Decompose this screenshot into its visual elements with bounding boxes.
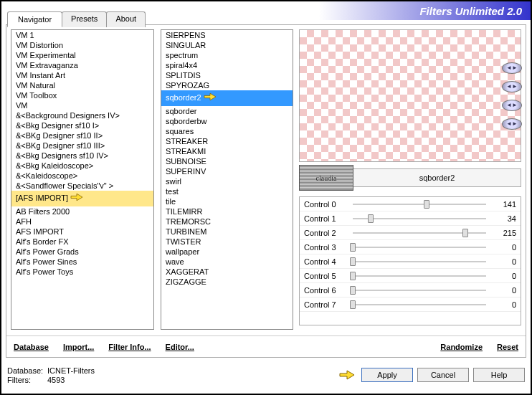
list-item[interactable]: &<Sandflower Specials"v" > — [11, 181, 153, 191]
reset-button[interactable]: Reset — [490, 340, 526, 354]
list-item[interactable]: TWISTER — [161, 237, 293, 247]
list-item[interactable]: spiral4x4 — [161, 60, 293, 70]
list-item[interactable]: TREMORSC — [161, 216, 293, 227]
control-row: Control 60 — [300, 283, 521, 298]
list-item[interactable]: tile — [161, 196, 293, 206]
control-row: Control 40 — [300, 254, 521, 269]
control-label: Control 5 — [304, 272, 347, 280]
list-item[interactable]: [AFS IMPORT] — [11, 191, 153, 206]
selected-filter-name: sqborder2 — [353, 168, 521, 187]
list-item[interactable]: sqborder2 — [161, 90, 293, 106]
controls-list[interactable]: Control 0141Control 134Control 2215Contr… — [299, 196, 521, 325]
list-item[interactable]: Alf's Border FX — [11, 237, 153, 247]
list-item[interactable]: &<BKg Designer sf10 III> — [11, 141, 153, 151]
control-slider[interactable] — [353, 290, 486, 291]
list-item[interactable]: Alf's Power Sines — [11, 257, 153, 267]
list-item[interactable]: sqborder — [161, 106, 293, 116]
list-item[interactable]: ZIGZAGGE — [161, 277, 293, 287]
nav-arrow-icon[interactable]: ◄► — [502, 62, 522, 74]
list-item[interactable]: &<Bkg Designers sf10 IV> — [11, 151, 153, 161]
list-item[interactable]: TURBINEM — [161, 227, 293, 237]
database-button[interactable]: Database — [6, 340, 56, 354]
pointer-hand-icon — [200, 91, 220, 105]
pointer-hand-icon — [67, 191, 87, 206]
list-item[interactable]: VM 1 — [11, 30, 153, 40]
list-item[interactable]: TILEMIRR — [161, 206, 293, 216]
list-item[interactable]: SUBNOISE — [161, 156, 293, 166]
list-item[interactable]: SPLITDIS — [161, 70, 293, 80]
control-slider[interactable] — [353, 232, 486, 234]
list-item[interactable]: XAGGERAT — [161, 267, 293, 277]
tab-strip: Navigator Presets About — [7, 11, 145, 27]
list-item[interactable]: SINGULAR — [161, 40, 293, 50]
list-item[interactable]: SUPERINV — [161, 166, 293, 176]
list-item[interactable]: VM Distortion — [11, 40, 153, 50]
list-item[interactable]: AB Filters 2000 — [11, 206, 153, 216]
control-slider[interactable] — [353, 247, 486, 248]
list-item[interactable]: Alf's Power Grads — [11, 247, 153, 257]
list-item[interactable]: wallpaper — [161, 247, 293, 257]
nav-arrow-icon[interactable]: ◄► — [502, 118, 522, 130]
list-item[interactable]: test — [161, 186, 293, 196]
slider-thumb[interactable] — [350, 272, 356, 280]
import-button[interactable]: Import... — [56, 340, 101, 354]
control-slider[interactable] — [353, 275, 486, 277]
list-item[interactable]: &<Kaleidoscope> — [11, 171, 153, 181]
list-item[interactable]: swirl — [161, 176, 293, 186]
filters-value: 4593 — [47, 376, 65, 384]
slider-thumb[interactable] — [350, 286, 356, 295]
control-row: Control 30 — [300, 240, 521, 254]
control-slider[interactable] — [353, 261, 486, 262]
control-value: 0 — [492, 272, 516, 280]
control-value: 141 — [492, 200, 516, 209]
apply-button[interactable]: Apply — [361, 368, 413, 382]
control-row: Control 0141 — [300, 197, 521, 211]
list-item[interactable]: &<Bkg Designer sf10 I> — [11, 120, 153, 130]
tab-about[interactable]: About — [106, 11, 146, 27]
tab-presets[interactable]: Presets — [62, 11, 107, 27]
list-item[interactable]: &<Bkg Kaleidoscope> — [11, 161, 153, 171]
control-slider[interactable] — [353, 204, 486, 205]
help-button[interactable]: Help — [473, 368, 525, 382]
list-item[interactable]: STREAKMI — [161, 146, 293, 156]
list-item[interactable]: VM Natural — [11, 80, 153, 90]
control-slider[interactable] — [353, 304, 486, 305]
list-item[interactable]: wave — [161, 257, 293, 267]
slider-thumb[interactable] — [350, 300, 356, 309]
list-item[interactable]: Alf's Power Toys — [11, 267, 153, 277]
filter-info-button[interactable]: Filter Info... — [101, 340, 158, 354]
control-value: 0 — [492, 286, 516, 295]
slider-thumb[interactable] — [350, 243, 356, 252]
list-item[interactable]: AFH — [11, 216, 153, 227]
list-item[interactable]: AFS IMPORT — [11, 227, 153, 237]
list-item[interactable]: spectrum — [161, 50, 293, 60]
list-item[interactable]: &<Background Designers IV> — [11, 110, 153, 120]
slider-thumb[interactable] — [462, 229, 468, 237]
slider-thumb[interactable] — [424, 200, 429, 209]
editor-button[interactable]: Editor... — [158, 340, 201, 354]
tab-navigator[interactable]: Navigator — [7, 11, 62, 27]
list-item[interactable]: STREAKER — [161, 136, 293, 146]
list-item[interactable]: sqborderbw — [161, 116, 293, 126]
list-item[interactable]: VM Extravaganza — [11, 60, 153, 70]
list-item[interactable]: SPYROZAG — [161, 80, 293, 90]
cancel-button[interactable]: Cancel — [417, 368, 469, 382]
status-bar: Database: ICNET-Filters Filters: 4593 Ap… — [7, 361, 525, 389]
filter-category-list[interactable]: VM 1VM DistortionVM ExperimentalVM Extra… — [11, 29, 154, 330]
nav-arrow-icon[interactable]: ◄► — [502, 81, 522, 92]
list-item[interactable]: VM Experimental — [11, 50, 153, 60]
control-slider[interactable] — [353, 218, 486, 219]
list-item[interactable]: SIERPENS — [161, 30, 293, 40]
slider-thumb[interactable] — [350, 257, 356, 266]
list-item[interactable]: squares — [161, 126, 293, 136]
filter-list[interactable]: SIERPENSSINGULARspectrumspiral4x4SPLITDI… — [161, 29, 293, 330]
list-item[interactable]: VM — [11, 100, 153, 110]
randomize-button[interactable]: Randomize — [433, 340, 490, 354]
author-logo-text: claudia — [316, 174, 337, 182]
list-item[interactable]: &<BKg Designer sf10 II> — [11, 130, 153, 141]
control-value: 0 — [492, 300, 516, 309]
list-item[interactable]: VM Instant Art — [11, 70, 153, 80]
nav-arrow-icon[interactable]: ◄► — [502, 100, 522, 111]
slider-thumb[interactable] — [368, 214, 374, 223]
list-item[interactable]: VM Toolbox — [11, 90, 153, 100]
